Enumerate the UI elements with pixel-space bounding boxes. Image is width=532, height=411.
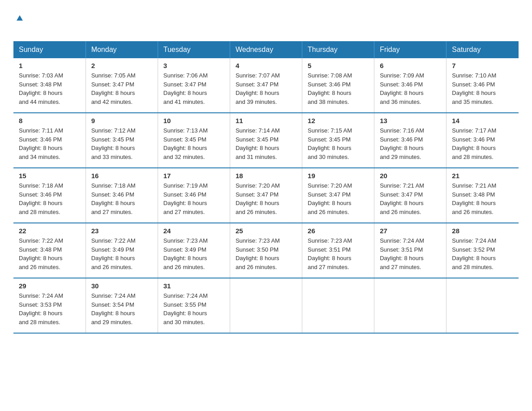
day-info: Sunrise: 7:24 AMSunset: 3:54 PMDaylight:… — [91, 291, 152, 326]
calendar-cell — [302, 278, 374, 333]
day-number: 26 — [308, 227, 369, 235]
day-number: 31 — [163, 282, 224, 290]
calendar-cell: 29Sunrise: 7:24 AMSunset: 3:53 PMDayligh… — [13, 278, 86, 333]
calendar-header-row: SundayMondayTuesdayWednesdayThursdayFrid… — [13, 41, 519, 58]
calendar-cell: 3Sunrise: 7:06 AMSunset: 3:47 PMDaylight… — [158, 58, 230, 113]
calendar-cell: 6Sunrise: 7:09 AMSunset: 3:46 PMDaylight… — [374, 58, 446, 113]
day-number: 19 — [308, 172, 369, 180]
day-number: 25 — [236, 227, 296, 235]
day-info: Sunrise: 7:23 AMSunset: 3:50 PMDaylight:… — [236, 236, 296, 271]
day-info: Sunrise: 7:24 AMSunset: 3:51 PMDaylight:… — [380, 236, 441, 271]
day-number: 8 — [19, 117, 80, 124]
calendar-cell: 10Sunrise: 7:13 AMSunset: 3:45 PMDayligh… — [158, 113, 230, 168]
day-number: 17 — [163, 172, 224, 180]
day-info: Sunrise: 7:18 AMSunset: 3:46 PMDaylight:… — [19, 181, 80, 216]
day-number: 16 — [91, 172, 152, 180]
day-number: 2 — [91, 62, 152, 69]
day-number: 30 — [91, 282, 152, 290]
day-info: Sunrise: 7:13 AMSunset: 3:45 PMDaylight:… — [163, 126, 224, 161]
day-number: 29 — [19, 282, 80, 290]
day-info: Sunrise: 7:17 AMSunset: 3:46 PMDaylight:… — [452, 126, 513, 161]
day-number: 7 — [452, 62, 513, 69]
day-info: Sunrise: 7:18 AMSunset: 3:46 PMDaylight:… — [91, 181, 152, 216]
header-thursday: Thursday — [302, 41, 374, 58]
header-friday: Friday — [374, 41, 446, 58]
day-number: 12 — [308, 117, 369, 124]
calendar-cell: 2Sunrise: 7:05 AMSunset: 3:47 PMDaylight… — [86, 58, 158, 113]
header-monday: Monday — [86, 41, 158, 58]
calendar-cell: 27Sunrise: 7:24 AMSunset: 3:51 PMDayligh… — [374, 223, 446, 278]
day-info: Sunrise: 7:23 AMSunset: 3:51 PMDaylight:… — [308, 236, 369, 271]
calendar-cell: 16Sunrise: 7:18 AMSunset: 3:46 PMDayligh… — [86, 168, 158, 223]
day-info: Sunrise: 7:09 AMSunset: 3:46 PMDaylight:… — [380, 71, 441, 106]
calendar-cell — [446, 278, 519, 333]
svg-marker-0 — [17, 15, 23, 21]
calendar-cell: 4Sunrise: 7:07 AMSunset: 3:47 PMDaylight… — [230, 58, 302, 113]
calendar-cell: 5Sunrise: 7:08 AMSunset: 3:46 PMDaylight… — [302, 58, 374, 113]
day-info: Sunrise: 7:14 AMSunset: 3:45 PMDaylight:… — [236, 126, 296, 161]
calendar-week-row: 15Sunrise: 7:18 AMSunset: 3:46 PMDayligh… — [13, 168, 519, 223]
calendar-cell: 30Sunrise: 7:24 AMSunset: 3:54 PMDayligh… — [86, 278, 158, 333]
day-info: Sunrise: 7:24 AMSunset: 3:53 PMDaylight:… — [19, 291, 80, 326]
calendar-cell: 8Sunrise: 7:11 AMSunset: 3:46 PMDaylight… — [13, 113, 86, 168]
day-number: 10 — [163, 117, 224, 124]
calendar-cell: 12Sunrise: 7:15 AMSunset: 3:45 PMDayligh… — [302, 113, 374, 168]
day-number: 20 — [380, 172, 441, 180]
day-info: Sunrise: 7:19 AMSunset: 3:46 PMDaylight:… — [163, 181, 224, 216]
calendar-cell: 24Sunrise: 7:23 AMSunset: 3:49 PMDayligh… — [158, 223, 230, 278]
page-header — [13, 9, 519, 37]
day-number: 13 — [380, 117, 441, 124]
day-number: 23 — [91, 227, 152, 235]
calendar-cell: 22Sunrise: 7:22 AMSunset: 3:48 PMDayligh… — [13, 223, 86, 278]
day-info: Sunrise: 7:24 AMSunset: 3:52 PMDaylight:… — [452, 236, 513, 271]
calendar-cell: 13Sunrise: 7:16 AMSunset: 3:46 PMDayligh… — [374, 113, 446, 168]
day-info: Sunrise: 7:21 AMSunset: 3:47 PMDaylight:… — [380, 181, 441, 216]
calendar-cell: 9Sunrise: 7:12 AMSunset: 3:45 PMDaylight… — [86, 113, 158, 168]
day-info: Sunrise: 7:24 AMSunset: 3:55 PMDaylight:… — [163, 291, 224, 326]
calendar-cell: 1Sunrise: 7:03 AMSunset: 3:48 PMDaylight… — [13, 58, 86, 113]
calendar-week-row: 1Sunrise: 7:03 AMSunset: 3:48 PMDaylight… — [13, 58, 519, 113]
logo — [13, 9, 25, 37]
calendar-cell: 20Sunrise: 7:21 AMSunset: 3:47 PMDayligh… — [374, 168, 446, 223]
day-info: Sunrise: 7:16 AMSunset: 3:46 PMDaylight:… — [380, 126, 441, 161]
day-number: 24 — [163, 227, 224, 235]
day-number: 4 — [236, 62, 296, 69]
day-number: 9 — [91, 117, 152, 124]
calendar-cell: 11Sunrise: 7:14 AMSunset: 3:45 PMDayligh… — [230, 113, 302, 168]
calendar-cell: 19Sunrise: 7:20 AMSunset: 3:47 PMDayligh… — [302, 168, 374, 223]
calendar-cell: 21Sunrise: 7:21 AMSunset: 3:48 PMDayligh… — [446, 168, 519, 223]
day-info: Sunrise: 7:03 AMSunset: 3:48 PMDaylight:… — [19, 71, 80, 106]
day-info: Sunrise: 7:08 AMSunset: 3:46 PMDaylight:… — [308, 71, 369, 106]
calendar-cell: 26Sunrise: 7:23 AMSunset: 3:51 PMDayligh… — [302, 223, 374, 278]
calendar-cell — [374, 278, 446, 333]
calendar-cell — [230, 278, 302, 333]
calendar-cell: 7Sunrise: 7:10 AMSunset: 3:46 PMDaylight… — [446, 58, 519, 113]
day-info: Sunrise: 7:20 AMSunset: 3:47 PMDaylight:… — [236, 181, 296, 216]
day-number: 27 — [380, 227, 441, 235]
day-number: 15 — [19, 172, 80, 180]
calendar-cell: 25Sunrise: 7:23 AMSunset: 3:50 PMDayligh… — [230, 223, 302, 278]
header-sunday: Sunday — [13, 41, 86, 58]
calendar-cell: 23Sunrise: 7:22 AMSunset: 3:49 PMDayligh… — [86, 223, 158, 278]
calendar-cell: 17Sunrise: 7:19 AMSunset: 3:46 PMDayligh… — [158, 168, 230, 223]
day-number: 21 — [452, 172, 513, 180]
day-info: Sunrise: 7:22 AMSunset: 3:49 PMDaylight:… — [91, 236, 152, 271]
calendar-week-row: 22Sunrise: 7:22 AMSunset: 3:48 PMDayligh… — [13, 223, 519, 278]
calendar-week-row: 8Sunrise: 7:11 AMSunset: 3:46 PMDaylight… — [13, 113, 519, 168]
day-info: Sunrise: 7:22 AMSunset: 3:48 PMDaylight:… — [19, 236, 80, 271]
day-info: Sunrise: 7:10 AMSunset: 3:46 PMDaylight:… — [452, 71, 513, 106]
day-number: 3 — [163, 62, 224, 69]
day-number: 11 — [236, 117, 296, 124]
logo-triangle-icon — [15, 13, 25, 22]
day-number: 5 — [308, 62, 369, 69]
day-number: 22 — [19, 227, 80, 235]
header-saturday: Saturday — [446, 41, 519, 58]
calendar-week-row: 29Sunrise: 7:24 AMSunset: 3:53 PMDayligh… — [13, 278, 519, 333]
day-info: Sunrise: 7:12 AMSunset: 3:45 PMDaylight:… — [91, 126, 152, 161]
day-number: 18 — [236, 172, 296, 180]
calendar-cell: 31Sunrise: 7:24 AMSunset: 3:55 PMDayligh… — [158, 278, 230, 333]
day-info: Sunrise: 7:06 AMSunset: 3:47 PMDaylight:… — [163, 71, 224, 106]
header-tuesday: Tuesday — [158, 41, 230, 58]
calendar-cell: 15Sunrise: 7:18 AMSunset: 3:46 PMDayligh… — [13, 168, 86, 223]
calendar-table: SundayMondayTuesdayWednesdayThursdayFrid… — [13, 41, 519, 334]
